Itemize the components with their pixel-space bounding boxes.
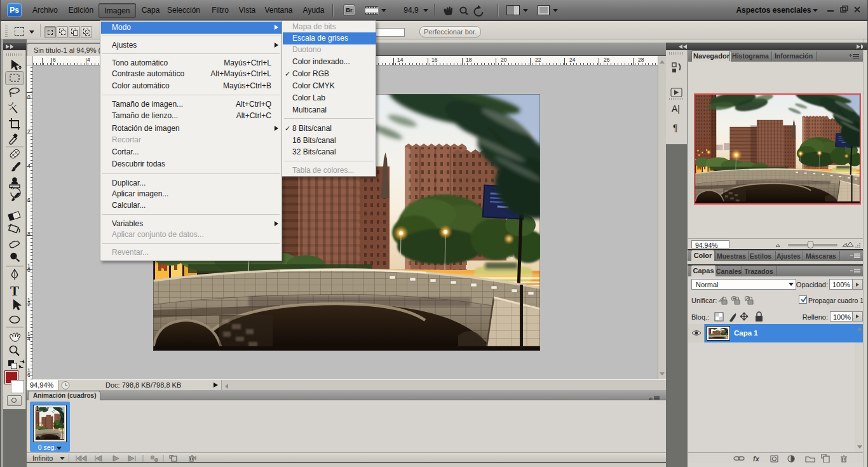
svg-text:T: T bbox=[10, 283, 19, 299]
svg-text:fx: fx bbox=[753, 455, 760, 463]
